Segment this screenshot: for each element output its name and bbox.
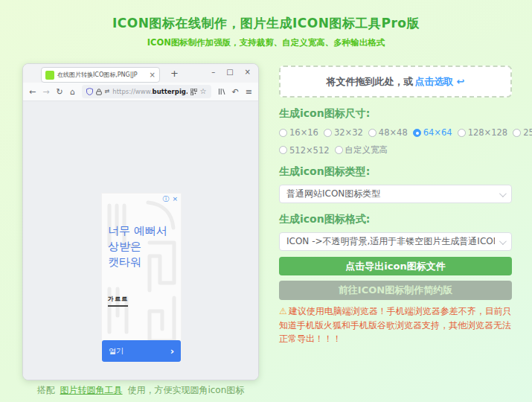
type-section-label: 生成icon图标类型: bbox=[279, 165, 512, 179]
size-radio-row-1: 16×16 32×32 48×48 64×64 128×128 256×256 bbox=[279, 127, 512, 138]
control-panel: 将文件拖到此处，或点击选取↩ 生成icon图标尺寸: 16×16 32×32 4… bbox=[279, 66, 512, 346]
ad-info-icon[interactable]: ⓘ bbox=[162, 196, 169, 202]
ad-choices: ⓘ × bbox=[162, 196, 178, 202]
chevron-down-icon bbox=[499, 237, 507, 245]
new-tab-button[interactable]: + bbox=[170, 68, 179, 79]
icon-type-select[interactable]: 普通网站ICON图标类型 bbox=[279, 185, 512, 203]
radio-128x128[interactable]: 128×128 bbox=[458, 127, 508, 138]
format-section-label: 生成icon图标格式: bbox=[279, 213, 512, 226]
radio-circle bbox=[458, 129, 466, 137]
radio-custom-size[interactable]: 自定义宽高 bbox=[335, 144, 388, 156]
export-icon-button[interactable]: 点击导出icon图标文件 bbox=[279, 257, 512, 275]
radio-16x16[interactable]: 16×16 bbox=[279, 127, 318, 138]
library-icon[interactable] bbox=[218, 88, 225, 95]
footer-prefix: 搭配 bbox=[37, 385, 55, 395]
size-section-label: 生成icon图标尺寸: bbox=[279, 107, 512, 121]
chevron-down-icon bbox=[499, 190, 507, 197]
maximize-button[interactable]: □ bbox=[226, 68, 233, 76]
radio-circle bbox=[368, 129, 376, 137]
ad-open-button[interactable]: 열기 › bbox=[102, 340, 181, 362]
radio-label: 64×64 bbox=[423, 127, 452, 138]
ad-close-icon[interactable]: × bbox=[172, 196, 178, 202]
radio-64x64[interactable]: 64×64 bbox=[413, 127, 452, 138]
icon-format-value: ICON ->不透明背景,适用于非镂空图片生成普通ICON图标 ->3 bbox=[286, 235, 495, 248]
size-radio-row-2: 512×512 自定义宽高 bbox=[279, 144, 512, 156]
chevron-right-icon: › bbox=[170, 345, 174, 357]
dropzone-text: 将文件拖到此处，或 bbox=[327, 75, 414, 89]
swap-arrows-icon[interactable]: ⇄ bbox=[105, 89, 110, 95]
page-subtitle: ICON图标制作加强版，支持裁剪、自定义宽高、多种输出格式 bbox=[0, 37, 532, 48]
page-title: ICON图标在线制作，图片生成ICON图标工具Pro版 bbox=[0, 15, 532, 32]
browser-warning: ⚠建议使用电脑端浏览器！手机端浏览器参差不齐，目前只知道手机版火狐和手机版谷歌浏… bbox=[279, 304, 512, 346]
radio-48x48[interactable]: 48×48 bbox=[368, 127, 408, 138]
radio-label: 32×32 bbox=[334, 127, 363, 138]
icon-type-value: 普通网站ICON图标类型 bbox=[286, 188, 495, 200]
close-window-button[interactable]: × bbox=[245, 68, 251, 76]
radio-512x512[interactable]: 512×512 bbox=[279, 145, 330, 156]
radio-label: 16×16 bbox=[289, 127, 318, 138]
url-domain: butterpig.top bbox=[153, 88, 188, 95]
page-header: ICON图标在线制作，图片生成ICON图标工具Pro版 ICON图标制作加强版，… bbox=[0, 15, 532, 48]
tab-close-icon[interactable]: × bbox=[150, 71, 156, 79]
ad-headline-line: 캣타워 bbox=[108, 255, 178, 270]
file-dropzone[interactable]: 将文件拖到此处，或点击选取↩ bbox=[279, 66, 512, 98]
return-arrow-icon: ↩ bbox=[457, 76, 465, 87]
url-text: https://www.butterpig.top/ico bbox=[112, 88, 187, 95]
browser-window-mockup: 在线图片转换ICO图标,PNG|JP × + – □ × ← → ↻ ⌂ ⇄ h… bbox=[22, 63, 259, 380]
radio-circle bbox=[324, 129, 332, 137]
radio-label: 自定义宽高 bbox=[345, 144, 388, 156]
warning-triangle-icon: ⚠ bbox=[279, 306, 287, 316]
tab-title: 在线图片转换ICO图标,PNG|JP bbox=[57, 71, 147, 79]
icon-format-select[interactable]: ICON ->不透明背景,适用于非镂空图片生成普通ICON图标 ->3 bbox=[279, 232, 512, 251]
url-scheme: https://www. bbox=[112, 88, 152, 95]
radio-circle bbox=[513, 129, 521, 137]
ad-headline-line: 너무 예뻐서 bbox=[108, 223, 178, 239]
radio-circle bbox=[413, 129, 421, 137]
ad-open-label: 열기 bbox=[109, 346, 124, 357]
browser-nav-bar: ← → ↻ ⌂ ⇄ https://www.butterpig.top/ico … bbox=[23, 83, 258, 101]
hamburger-menu-icon[interactable]: ≡ bbox=[246, 88, 252, 96]
dropzone-select-link[interactable]: 点击选取 bbox=[415, 75, 454, 89]
maze-pattern-decoration bbox=[102, 194, 182, 363]
ad-headline-line: 상받은 bbox=[108, 239, 178, 255]
radio-circle bbox=[279, 129, 287, 137]
browser-tab[interactable]: 在线图片转换ICO图标,PNG|JP × bbox=[41, 67, 160, 83]
undo-arrow-icon[interactable]: ↶ bbox=[232, 88, 239, 96]
ad-brand-link[interactable]: 가르르 bbox=[108, 295, 128, 307]
reload-icon[interactable]: ↻ bbox=[56, 88, 63, 96]
radio-label: 128×128 bbox=[468, 127, 508, 138]
ad-banner[interactable]: ⓘ × 너무 예뻐서 상받은 캣타워 가르르 열기 › bbox=[101, 193, 182, 363]
ad-headline: 너무 예뻐서 상받은 캣타워 bbox=[108, 223, 178, 270]
radio-label: 48×48 bbox=[379, 127, 408, 138]
footer-caption: 搭配 图片转圆角工具 使用，方便实现圆角icon图标 bbox=[22, 384, 259, 397]
back-icon[interactable]: ← bbox=[29, 88, 36, 96]
radio-circle bbox=[279, 146, 287, 154]
home-icon[interactable]: ⌂ bbox=[70, 88, 75, 96]
radio-256x256[interactable]: 256×256 bbox=[513, 127, 532, 138]
forward-icon[interactable]: → bbox=[42, 88, 49, 96]
radio-circle bbox=[335, 146, 343, 154]
browser-content-area: ⓘ × 너무 예뻐서 상받은 캣타워 가르르 열기 › bbox=[23, 101, 258, 380]
qr-code-icon[interactable] bbox=[190, 89, 197, 95]
url-bar[interactable]: ⇄ https://www.butterpig.top/ico ☆ bbox=[82, 85, 211, 98]
bookmark-star-icon[interactable]: ☆ bbox=[200, 88, 207, 95]
shield-icon[interactable] bbox=[86, 88, 93, 95]
radio-32x32[interactable]: 32×32 bbox=[324, 127, 363, 138]
lock-icon[interactable] bbox=[96, 89, 102, 95]
radio-label: 256×256 bbox=[523, 127, 532, 138]
radio-label: 512×512 bbox=[289, 145, 330, 156]
tab-favicon bbox=[45, 71, 54, 80]
warning-text: 建议使用电脑端浏览器！手机端浏览器参差不齐，目前只知道手机版火狐和手机版谷歌浏览… bbox=[279, 306, 512, 344]
tab-strip: 在线图片转换ICO图标,PNG|JP × + – □ × bbox=[23, 64, 258, 83]
minimize-button[interactable]: – bbox=[211, 68, 215, 76]
footer-suffix: 使用，方便实现圆角icon图标 bbox=[127, 385, 244, 395]
window-controls: – □ × bbox=[211, 68, 251, 76]
rounded-corner-tool-link[interactable]: 图片转圆角工具 bbox=[60, 385, 123, 395]
simple-version-button[interactable]: 前往ICON图标制作简约版 bbox=[279, 281, 512, 300]
